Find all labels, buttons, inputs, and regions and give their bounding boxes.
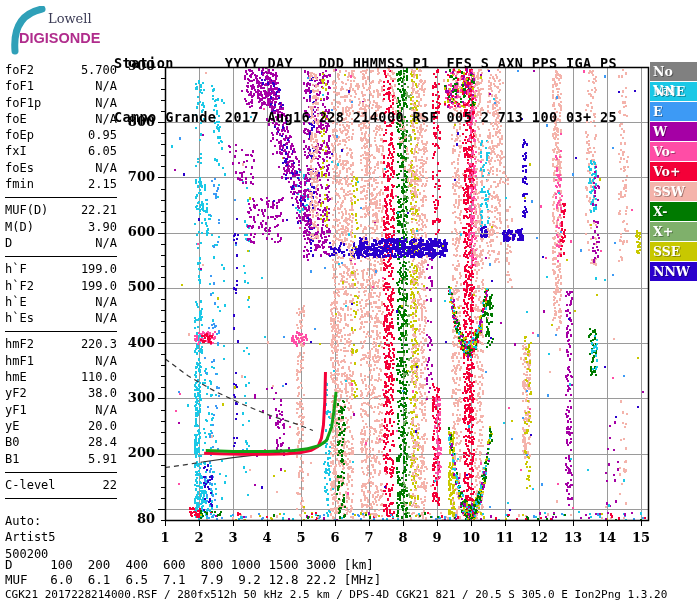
- parameter-value: 110.0: [81, 369, 117, 385]
- parameter-row: foEN/A: [5, 111, 117, 127]
- parameter-label: h`F: [5, 261, 27, 277]
- parameter-row: yF238.0: [5, 385, 117, 401]
- parameter-row: hmF1N/A: [5, 353, 117, 369]
- legend-item-nnw: NNW: [650, 262, 697, 281]
- parameter-row: h`EsN/A: [5, 310, 117, 326]
- autoscaling-info: Auto:Artist5500200: [5, 513, 117, 562]
- autoscaling-line: Artist5: [5, 529, 117, 545]
- parameter-row: foF25.700: [5, 62, 117, 78]
- parameter-label: C-level: [5, 477, 56, 493]
- parameter-group: foF25.700foF1N/AfoF1pN/AfoEN/AfoEp0.95fx…: [5, 60, 117, 198]
- parameter-value: N/A: [95, 160, 117, 176]
- parameter-row: foF1N/A: [5, 78, 117, 94]
- parameter-value: 5.91: [88, 451, 117, 467]
- legend-item-x-: X+: [650, 222, 697, 241]
- legend-item-vo-: Vo+: [650, 162, 697, 181]
- parameter-value: N/A: [95, 111, 117, 127]
- parameter-label: foEp: [5, 127, 34, 143]
- parameter-group: MUF(D)22.21M(D)3.90DN/A: [5, 200, 117, 257]
- parameter-value: 3.90: [88, 219, 117, 235]
- parameter-row: yF1N/A: [5, 402, 117, 418]
- parameter-value: N/A: [95, 294, 117, 310]
- muf-row: MUF 6.0 6.1 6.5 7.1 7.9 9.2 12.8 22.2 [M…: [5, 572, 667, 587]
- parameter-label: foEs: [5, 160, 34, 176]
- parameter-row: C-level22: [5, 477, 117, 493]
- parameter-row: hmF2220.3: [5, 336, 117, 352]
- parameter-row: fmin2.15: [5, 176, 117, 192]
- legend-item-ssw: SSW: [650, 182, 697, 201]
- parameter-value: 6.05: [88, 143, 117, 159]
- legend-item-e: E: [650, 102, 697, 121]
- parameter-value: N/A: [95, 95, 117, 111]
- parameter-value: 0.95: [88, 127, 117, 143]
- echo-type-legend: No ValNNEEWVo-Vo+SSWX-X+SSENNW: [650, 62, 697, 282]
- legend-item-vo-: Vo-: [650, 142, 697, 161]
- parameter-row: h`F2199.0: [5, 278, 117, 294]
- header-column-titles: Station YYYY DAY DDD HHMMSS P1 FFS S AXN…: [114, 54, 617, 72]
- parameter-group: hmF2220.3hmF1N/AhmE110.0yF238.0yF1N/AyE2…: [5, 334, 117, 472]
- parameter-value: 2.15: [88, 176, 117, 192]
- logo-digisonde-text: DIGISONDE: [19, 30, 101, 46]
- parameter-value: 22: [103, 477, 117, 493]
- parameter-label: yF1: [5, 402, 27, 418]
- parameter-label: B0: [5, 434, 19, 450]
- parameter-group: h`F199.0h`F2199.0h`EN/Ah`EsN/A: [5, 259, 117, 332]
- ionogram-app-window: { "logo": {"line1": "Lowell", "line2": "…: [0, 0, 700, 600]
- parameter-value: 5.700: [81, 62, 117, 78]
- legend-item-w: W: [650, 122, 697, 141]
- distance-row: D 100 200 400 600 800 1000 1500 3000 [km…: [5, 557, 667, 572]
- parameter-row: B15.91: [5, 451, 117, 467]
- parameter-value: 22.21: [81, 202, 117, 218]
- legend-item-x-: X-: [650, 202, 697, 221]
- parameter-label: fmin: [5, 176, 34, 192]
- parameter-row: foEsN/A: [5, 160, 117, 176]
- logo-arc-icon: Lowell DIGISONDE: [6, 6, 118, 56]
- legend-item-no-val: No Val: [650, 62, 697, 81]
- legend-item-sse: SSE: [650, 242, 697, 261]
- parameter-row: yE20.0: [5, 418, 117, 434]
- header-values: Campo Grande 2017 Aug16 228 214000 RSF 0…: [114, 108, 617, 126]
- parameter-label: yF2: [5, 385, 27, 401]
- parameter-value: 220.3: [81, 336, 117, 352]
- parameter-value: N/A: [95, 402, 117, 418]
- station-header: Station YYYY DAY DDD HHMMSS P1 FFS S AXN…: [114, 18, 617, 162]
- parameter-group: C-level22: [5, 475, 117, 499]
- parameter-label: hmF1: [5, 353, 34, 369]
- parameter-label: M(D): [5, 219, 34, 235]
- logo-lowell-text: Lowell: [48, 11, 92, 26]
- parameter-row: DN/A: [5, 235, 117, 251]
- parameter-label: h`E: [5, 294, 27, 310]
- parameter-value: 20.0: [88, 418, 117, 434]
- parameter-row: MUF(D)22.21: [5, 202, 117, 218]
- parameter-label: D: [5, 235, 12, 251]
- parameter-row: hmE110.0: [5, 369, 117, 385]
- parameter-label: hmE: [5, 369, 27, 385]
- parameter-label: yE: [5, 418, 19, 434]
- parameter-label: B1: [5, 451, 19, 467]
- parameter-value: N/A: [95, 310, 117, 326]
- parameter-value: N/A: [95, 353, 117, 369]
- parameter-row: fxI6.05: [5, 143, 117, 159]
- parameter-value: N/A: [95, 235, 117, 251]
- parameter-label: h`Es: [5, 310, 34, 326]
- parameter-value: 199.0: [81, 261, 117, 277]
- scaled-parameters-panel: foF25.700foF1N/AfoF1pN/AfoEN/AfoEp0.95fx…: [5, 60, 117, 562]
- parameter-row: B028.4: [5, 434, 117, 450]
- parameter-label: foF1: [5, 78, 34, 94]
- parameter-value: 199.0: [81, 278, 117, 294]
- parameter-label: foF2: [5, 62, 34, 78]
- parameter-label: MUF(D): [5, 202, 48, 218]
- digisonde-logo: Lowell DIGISONDE: [6, 6, 118, 56]
- parameter-label: h`F2: [5, 278, 34, 294]
- parameter-row: foF1pN/A: [5, 95, 117, 111]
- parameter-row: h`EN/A: [5, 294, 117, 310]
- status-line: CGK21_2017228214000.RSF / 280fx512h 50 k…: [5, 588, 667, 600]
- parameter-label: foF1p: [5, 95, 41, 111]
- footer: D 100 200 400 600 800 1000 1500 3000 [km…: [5, 557, 667, 600]
- parameter-row: M(D)3.90: [5, 219, 117, 235]
- parameter-value: 28.4: [88, 434, 117, 450]
- parameter-row: foEp0.95: [5, 127, 117, 143]
- parameter-label: hmF2: [5, 336, 34, 352]
- parameter-value: N/A: [95, 78, 117, 94]
- legend-item-nne: NNE: [650, 82, 697, 101]
